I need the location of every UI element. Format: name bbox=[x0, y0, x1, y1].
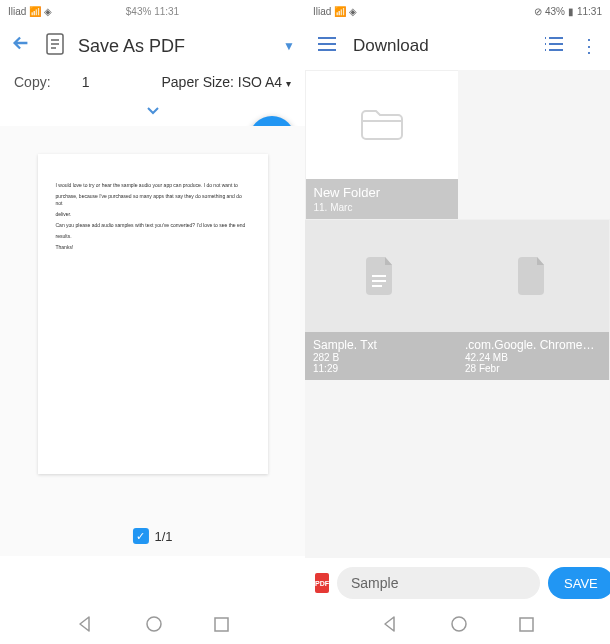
copies-input[interactable] bbox=[71, 74, 101, 90]
copies-label: Copy: bbox=[14, 74, 51, 90]
file-item[interactable] bbox=[305, 220, 457, 332]
nav-home-button[interactable] bbox=[146, 616, 162, 636]
right-screen: Iliad 📶 ◈ ⊘ 43% ▮ 11:31 Download ⋮ bbox=[305, 0, 610, 608]
print-options: Copy: Paper Size: ISO A4 ▾ bbox=[0, 70, 305, 100]
back-button[interactable] bbox=[10, 32, 32, 60]
nav-bars bbox=[0, 608, 610, 644]
filename-input[interactable] bbox=[337, 567, 540, 599]
app-title[interactable]: Save As PDF bbox=[78, 36, 261, 57]
svg-point-4 bbox=[147, 617, 161, 631]
more-button[interactable]: ⋮ bbox=[580, 35, 598, 57]
file-label: .com.Google. Chrome… 42.24 MB 28 Febr bbox=[457, 332, 609, 380]
page-indicator: ✓ 1/1 bbox=[132, 528, 172, 544]
nav-recent-button[interactable] bbox=[214, 617, 229, 636]
nav-recent-button[interactable] bbox=[519, 617, 534, 636]
svg-rect-2 bbox=[372, 280, 386, 282]
status-bar: Iliad 📶 ◈ $43% 11:31 bbox=[0, 0, 305, 22]
svg-point-6 bbox=[452, 617, 466, 631]
paper-size-label[interactable]: Paper Size: ISO A4 ▾ bbox=[161, 74, 291, 90]
menu-button[interactable] bbox=[317, 36, 337, 56]
app-bar: Download ⋮ bbox=[305, 22, 610, 70]
folder-item[interactable]: New Folder 11. Marc bbox=[306, 71, 458, 219]
app-bar: Save As PDF ▼ bbox=[0, 22, 305, 70]
battery-text: 43% bbox=[545, 6, 565, 17]
svg-rect-1 bbox=[372, 275, 386, 277]
folder-icon bbox=[360, 107, 404, 143]
pdf-badge-icon: PDF bbox=[315, 573, 329, 593]
nav-back-button[interactable] bbox=[76, 615, 94, 637]
item-date: 11. Marc bbox=[314, 202, 450, 213]
wifi-icon: ◈ bbox=[44, 6, 52, 17]
file-label: Sample. Txt 282 B 11:29 bbox=[305, 332, 457, 380]
title-dropdown-icon[interactable]: ▼ bbox=[283, 39, 295, 53]
file-icon bbox=[518, 257, 548, 295]
file-icon bbox=[366, 257, 396, 295]
app-title: Download bbox=[353, 36, 528, 56]
time-text: 11:31 bbox=[577, 6, 602, 17]
save-button[interactable]: SAVE bbox=[548, 567, 610, 599]
signal-icon: 📶 bbox=[334, 6, 346, 17]
page-checkbox[interactable]: ✓ bbox=[132, 528, 148, 544]
file-grid: New Folder 11. Marc Sample. Txt 282 B 11… bbox=[305, 70, 610, 380]
save-bar: PDF SAVE bbox=[305, 558, 610, 608]
item-name: New Folder bbox=[314, 185, 450, 200]
preview-area: I would love to try or hear the sample a… bbox=[0, 126, 305, 556]
nav-back-button[interactable] bbox=[381, 615, 399, 637]
svg-rect-7 bbox=[520, 618, 533, 631]
page-count: 1/1 bbox=[154, 529, 172, 544]
pdf-doc-icon bbox=[46, 33, 64, 59]
chevron-down-icon: ▾ bbox=[286, 78, 291, 89]
file-item[interactable] bbox=[457, 220, 609, 332]
page-preview[interactable]: I would love to try or hear the sample a… bbox=[38, 154, 268, 474]
nav-home-button[interactable] bbox=[451, 616, 467, 636]
view-toggle-button[interactable] bbox=[544, 36, 564, 56]
left-screen: Iliad 📶 ◈ $43% 11:31 Save As PDF ▼ Copy:… bbox=[0, 0, 305, 608]
svg-rect-5 bbox=[215, 618, 228, 631]
status-center-text: $43% 11:31 bbox=[126, 6, 179, 17]
signal-icon: 📶 bbox=[29, 6, 41, 17]
battery-icon: ▮ bbox=[568, 6, 574, 17]
carrier-label: Iliad bbox=[313, 6, 331, 17]
wifi-icon: ◈ bbox=[349, 6, 357, 17]
status-bar: Iliad 📶 ◈ ⊘ 43% ▮ 11:31 bbox=[305, 0, 610, 22]
svg-rect-3 bbox=[372, 285, 382, 287]
carrier-label: Iliad bbox=[8, 6, 26, 17]
dnd-icon: ⊘ bbox=[534, 6, 542, 17]
